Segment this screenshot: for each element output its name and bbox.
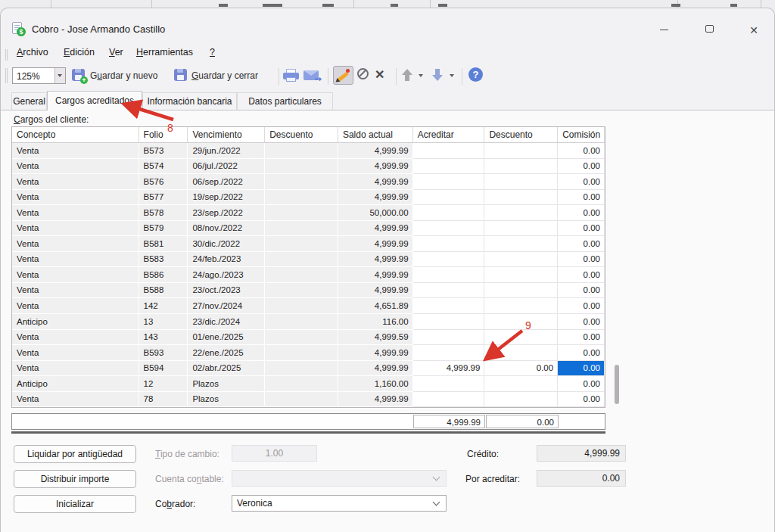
tipo-de-cambio-input[interactable]: 1.00 (232, 445, 317, 462)
cancel-block-button[interactable] (357, 68, 369, 79)
inicializar-button[interactable]: Inicializar (14, 495, 136, 513)
table-cell[interactable]: 0.00 (558, 361, 605, 377)
table-cell[interactable] (484, 159, 558, 175)
table-cell[interactable]: 0.00 (558, 159, 605, 175)
table-cell[interactable] (413, 190, 485, 206)
table-cell[interactable] (413, 221, 485, 237)
table-cell[interactable]: 0.00 (484, 361, 558, 377)
table-cell[interactable] (413, 159, 485, 175)
chevron-down-icon (433, 474, 440, 481)
table-cell[interactable]: 0.00 (558, 205, 605, 221)
table-cell[interactable] (484, 205, 558, 221)
column-header-1[interactable]: Folio (139, 127, 188, 142)
table-cell[interactable] (484, 221, 558, 237)
menu-herramientas[interactable]: Herramientas (136, 47, 193, 58)
menu-edicion[interactable]: Edición (64, 47, 95, 58)
table-cell[interactable] (413, 236, 485, 252)
close-button[interactable]: ✕ (746, 23, 761, 38)
liquidar-por-antiguedad-button[interactable]: Liquidar por antigüedad (14, 445, 136, 463)
maximize-button[interactable] (702, 23, 717, 38)
tab-informacion-bancaria[interactable]: Información bancaria (142, 92, 237, 110)
menu-help[interactable]: ? (210, 47, 215, 58)
move-down-dropdown[interactable] (450, 74, 454, 77)
move-down-button[interactable] (431, 68, 444, 82)
table-cell[interactable] (413, 267, 485, 283)
move-up-dropdown[interactable] (419, 74, 423, 77)
table-cell[interactable]: 0.00 (558, 236, 605, 252)
table-cell[interactable] (484, 298, 558, 314)
tab-general[interactable]: General (11, 92, 47, 110)
tab-cargos-acreditados[interactable]: Cargos acreditados (47, 91, 142, 110)
table-cell[interactable] (413, 205, 485, 221)
table-cell[interactable]: 0.00 (558, 298, 605, 314)
table-cell[interactable] (484, 190, 558, 206)
table-cell[interactable] (413, 143, 485, 159)
column-header-5[interactable]: Acreditar (413, 127, 485, 142)
minimize-button[interactable] (657, 23, 672, 38)
table-cell[interactable]: 0.00 (558, 283, 605, 299)
menu-ver[interactable]: Ver (109, 47, 123, 58)
column-header-4[interactable]: Saldo actual (338, 127, 413, 142)
table-cell[interactable] (413, 376, 485, 392)
table-cell: 08/nov./2022 (188, 221, 265, 237)
table-cell[interactable] (484, 345, 558, 361)
column-header-2[interactable]: Vencimiento (188, 127, 265, 142)
zoom-dropdown-button[interactable] (54, 68, 65, 83)
table-cell[interactable] (484, 174, 558, 190)
table-cell[interactable]: 0.00 (558, 330, 605, 346)
delete-button[interactable]: ✕ (375, 67, 384, 82)
table-cell[interactable]: 4,999.99 (413, 361, 485, 377)
help-button[interactable]: ? (468, 67, 483, 82)
edit-button[interactable] (333, 66, 353, 85)
table-cell[interactable]: 0.00 (558, 267, 605, 283)
table-cell[interactable] (484, 143, 558, 159)
table-cell[interactable] (484, 392, 558, 408)
table-cell[interactable]: 0.00 (558, 143, 605, 159)
table-cell: 116.00 (338, 314, 413, 330)
table-cell[interactable] (484, 252, 558, 268)
distribuir-importe-button[interactable]: Distribuir importe (14, 470, 136, 488)
table-cell[interactable]: 0.00 (558, 252, 605, 268)
menubar-grip[interactable] (5, 49, 8, 61)
table-cell: B594 (139, 361, 188, 377)
table-cell (265, 283, 338, 299)
table-cell[interactable] (484, 236, 558, 252)
table-cell[interactable] (413, 283, 485, 299)
table-cell[interactable]: 0.00 (558, 392, 605, 408)
vertical-scrollbar-thumb[interactable] (615, 365, 619, 404)
table-cell[interactable] (484, 283, 558, 299)
table-row: Venta78Plazos4,999.990.00 (12, 392, 605, 408)
table-cell[interactable] (413, 392, 485, 408)
print-button[interactable] (283, 69, 299, 82)
table-cell[interactable] (413, 314, 485, 330)
column-header-7[interactable]: Comisión (558, 127, 605, 142)
move-up-button[interactable] (401, 68, 413, 82)
column-header-3[interactable]: Descuento (265, 127, 338, 142)
table-cell[interactable]: 0.00 (558, 174, 605, 190)
table-cell[interactable] (484, 376, 558, 392)
toolbar-grip[interactable] (5, 68, 8, 83)
table-cell[interactable] (484, 330, 558, 346)
table-cell[interactable]: 0.00 (558, 314, 605, 330)
table-cell[interactable]: 0.00 (558, 345, 605, 361)
table-cell: Venta (12, 190, 139, 206)
table-cell[interactable] (484, 267, 558, 283)
cobrador-select[interactable]: Veronica (232, 495, 447, 512)
column-header-0[interactable]: Concepto (12, 127, 139, 142)
table-cell[interactable] (413, 298, 485, 314)
table-cell[interactable] (413, 174, 485, 190)
table-cell: 4,999.99 (338, 174, 413, 190)
table-cell[interactable] (413, 345, 485, 361)
table-cell[interactable] (413, 252, 485, 268)
send-mail-button[interactable]: ➞ (303, 70, 319, 80)
table-cell[interactable] (484, 314, 558, 330)
table-cell[interactable] (413, 330, 485, 346)
column-header-6[interactable]: Descuento (484, 127, 558, 142)
tab-datos-particulares[interactable]: Datos particulares (237, 92, 333, 110)
table-cell[interactable]: 0.00 (558, 221, 605, 237)
table-cell[interactable]: 0.00 (558, 376, 605, 392)
zoom-combobox[interactable]: 125% (12, 67, 66, 84)
cuenta-contable-select[interactable] (232, 470, 447, 487)
table-cell[interactable]: 0.00 (558, 190, 605, 206)
menu-archivo[interactable]: Archivo (17, 47, 48, 58)
